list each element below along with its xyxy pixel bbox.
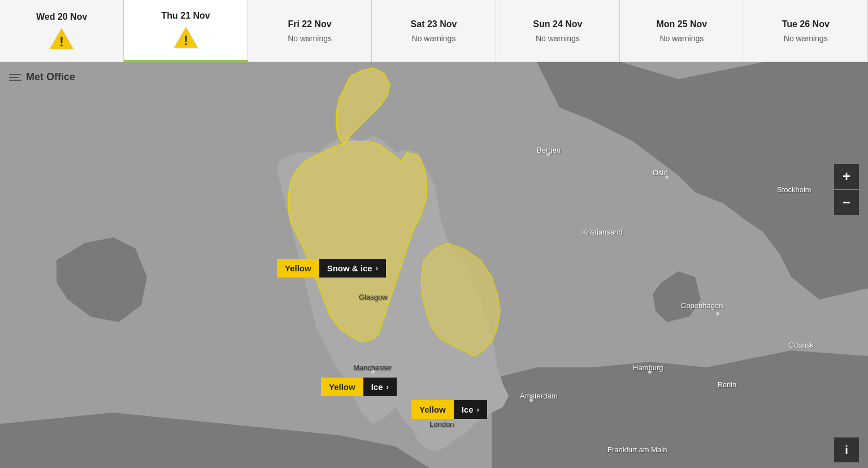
ice-south-yellow-label: Yellow [411, 400, 454, 419]
svg-point-5 [665, 175, 669, 179]
ice-south-text: Ice [462, 405, 474, 414]
ice-south-arrow-icon: › [477, 405, 479, 414]
snow-ice-dark-label: Snow & ice › [319, 259, 386, 278]
tab-date-mon-25: Mon 25 Nov [656, 19, 707, 29]
tab-no-warning-mon-25: No warnings [659, 34, 704, 43]
zoom-out-button[interactable]: − [834, 190, 859, 215]
date-tab-bar: Wed 20 Nov!Thu 21 Nov!Fri 22 NovNo warni… [0, 0, 868, 62]
ice-north-dark-label: Ice › [363, 378, 397, 396]
warning-triangle-icon: ! [49, 27, 75, 50]
tab-no-warning-fri-22: No warnings [288, 34, 332, 43]
svg-point-8 [530, 398, 533, 402]
svg-text:!: ! [59, 34, 64, 49]
tab-date-wed-20: Wed 20 Nov [36, 12, 87, 22]
ice-south-dark-label: Ice › [454, 400, 487, 419]
tab-no-warning-sat-23: No warnings [412, 34, 456, 43]
warning-triangle-icon: ! [173, 25, 199, 49]
tab-sun-24[interactable]: Sun 24 NovNo warnings [496, 0, 620, 62]
ice-north-warning[interactable]: Yellow Ice › [321, 378, 397, 396]
tab-fri-22[interactable]: Fri 22 NovNo warnings [248, 0, 372, 62]
tab-thu-21[interactable]: Thu 21 Nov! [124, 0, 248, 62]
met-office-name: Met Office [26, 71, 75, 83]
svg-point-7 [648, 370, 652, 374]
svg-point-4 [546, 153, 550, 156]
tab-wed-20[interactable]: Wed 20 Nov! [0, 0, 124, 62]
map-area: Met Office Bergen Oslo Stoc [0, 62, 868, 468]
tab-date-tue-26: Tue 26 Nov [782, 19, 830, 29]
tab-no-warning-tue-26: No warnings [784, 34, 828, 43]
snow-ice-warning[interactable]: Yellow Snow & ice › [277, 259, 386, 278]
met-office-logo: Met Office [9, 71, 75, 83]
svg-point-9 [371, 295, 375, 298]
svg-point-10 [371, 370, 375, 374]
ice-north-arrow-icon: › [387, 383, 389, 391]
snow-ice-arrow-icon: › [376, 264, 378, 272]
ice-north-yellow-label: Yellow [321, 378, 363, 396]
tab-sat-23[interactable]: Sat 23 NovNo warnings [372, 0, 496, 62]
snow-ice-text: Snow & ice [327, 263, 372, 273]
met-logo-lines-icon [9, 74, 21, 81]
svg-text:!: ! [184, 33, 188, 48]
zoom-in-button[interactable]: + [834, 164, 859, 189]
zoom-controls: + − [834, 164, 859, 215]
snow-ice-yellow-label: Yellow [277, 259, 319, 278]
svg-point-11 [450, 422, 454, 426]
tab-date-sun-24: Sun 24 Nov [533, 19, 582, 29]
tab-date-thu-21: Thu 21 Nov [162, 11, 210, 21]
info-button[interactable]: i [834, 437, 859, 462]
tab-date-fri-22: Fri 22 Nov [288, 19, 331, 29]
tab-tue-26[interactable]: Tue 26 NovNo warnings [744, 0, 868, 62]
tab-no-warning-sun-24: No warnings [536, 34, 580, 43]
ice-south-warning[interactable]: Yellow Ice › [411, 400, 487, 419]
svg-point-6 [716, 312, 719, 315]
tab-mon-25[interactable]: Mon 25 NovNo warnings [620, 0, 744, 62]
tab-date-sat-23: Sat 23 Nov [411, 19, 457, 29]
ice-north-text: Ice [371, 382, 383, 392]
